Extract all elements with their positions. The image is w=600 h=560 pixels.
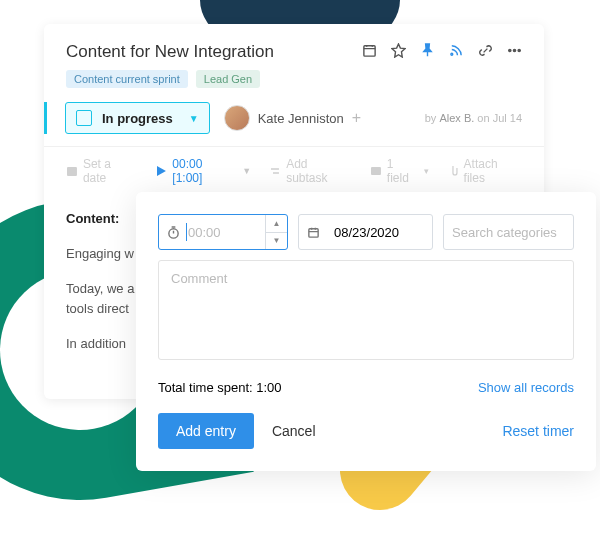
comment-input[interactable] (158, 260, 574, 360)
stopwatch-icon (167, 226, 180, 239)
time-entry-modal: 00:00 ▲ ▼ 08/23/2020 Search categories T… (136, 192, 596, 471)
calendar-icon (307, 226, 320, 239)
star-icon[interactable] (391, 43, 406, 62)
toolbar-attach[interactable]: Attach files (447, 157, 522, 185)
total-time-label: Total time spent: 1:00 (158, 380, 282, 395)
duration-placeholder: 00:00 (188, 225, 221, 240)
task-meta: by Alex B. on Jul 14 (425, 112, 522, 124)
add-assignee-button[interactable]: + (352, 109, 361, 127)
task-toolbar: Set a date 00:00 [1:00] ▼ Add subtask 1 … (44, 146, 544, 195)
toolbar-attach-label: Attach files (464, 157, 522, 185)
reset-timer-button[interactable]: Reset timer (502, 423, 574, 439)
status-label: In progress (102, 111, 173, 126)
calendar-icon[interactable] (362, 43, 377, 62)
content-line3: tools direct (66, 301, 129, 316)
link-icon[interactable] (478, 43, 493, 62)
toolbar-add-subtask-label: Add subtask (286, 157, 352, 185)
svg-point-1 (509, 49, 511, 51)
toolbar-set-date[interactable]: Set a date (66, 157, 137, 185)
duration-input[interactable]: 00:00 ▲ ▼ (158, 214, 288, 250)
step-down-icon[interactable]: ▼ (266, 233, 287, 250)
status-dropdown[interactable]: In progress ▼ (65, 102, 210, 134)
meta-date: Jul 14 (493, 112, 522, 124)
toolbar-timer-value: 00:00 [1:00] (172, 157, 235, 185)
pin-icon[interactable] (420, 43, 435, 62)
category-placeholder: Search categories (452, 225, 557, 240)
toolbar-timer[interactable]: 00:00 [1:00] ▼ (155, 157, 251, 185)
assignee-section: Kate Jenniston + (224, 105, 361, 131)
cancel-button[interactable]: Cancel (272, 423, 316, 439)
chevron-down-icon: ▼ (189, 113, 199, 124)
svg-point-3 (518, 49, 520, 51)
svg-rect-7 (309, 228, 318, 236)
chevron-down-icon: ▾ (424, 166, 429, 176)
meta-author: Alex B. (439, 112, 474, 124)
svg-point-2 (513, 49, 515, 51)
avatar[interactable] (224, 105, 250, 131)
header-actions (362, 43, 522, 62)
step-up-icon[interactable]: ▲ (266, 215, 287, 233)
svg-rect-0 (364, 45, 375, 55)
show-all-records-link[interactable]: Show all records (478, 380, 574, 395)
assignee-name: Kate Jenniston (258, 111, 344, 126)
meta-by-prefix: by (425, 112, 440, 124)
add-entry-button[interactable]: Add entry (158, 413, 254, 449)
status-checkbox[interactable] (76, 110, 92, 126)
toolbar-set-date-label: Set a date (83, 157, 137, 185)
tag-sprint[interactable]: Content current sprint (66, 70, 188, 88)
category-input[interactable]: Search categories (443, 214, 574, 250)
text-cursor (186, 223, 187, 241)
toolbar-add-subtask[interactable]: Add subtask (269, 157, 352, 185)
total-time-value: 1:00 (256, 380, 281, 395)
svg-point-6 (169, 228, 178, 237)
task-title: Content for New Integration (66, 42, 274, 62)
toolbar-fields-label: 1 field (387, 157, 419, 185)
svg-rect-4 (67, 167, 77, 176)
tag-leadgen[interactable]: Lead Gen (196, 70, 260, 88)
chevron-down-icon: ▼ (242, 166, 251, 176)
date-input[interactable]: 08/23/2020 (298, 214, 433, 250)
more-icon[interactable] (507, 43, 522, 62)
rss-icon[interactable] (449, 43, 464, 62)
meta-on-prefix: on (474, 112, 492, 124)
date-value: 08/23/2020 (334, 225, 399, 240)
svg-rect-5 (371, 167, 381, 175)
tag-list: Content current sprint Lead Gen (44, 62, 544, 102)
content-heading: Content: (66, 211, 119, 226)
toolbar-fields[interactable]: 1 field ▾ (370, 157, 429, 185)
content-line2: Today, we a (66, 281, 134, 296)
